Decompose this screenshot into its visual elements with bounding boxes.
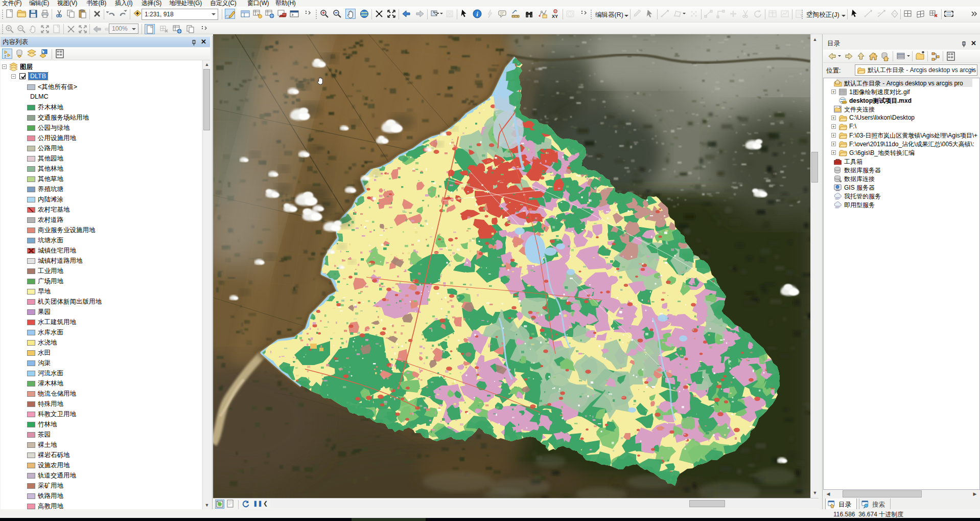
svg-text:XY: XY	[552, 14, 558, 19]
svg-text:i: i	[476, 10, 478, 18]
